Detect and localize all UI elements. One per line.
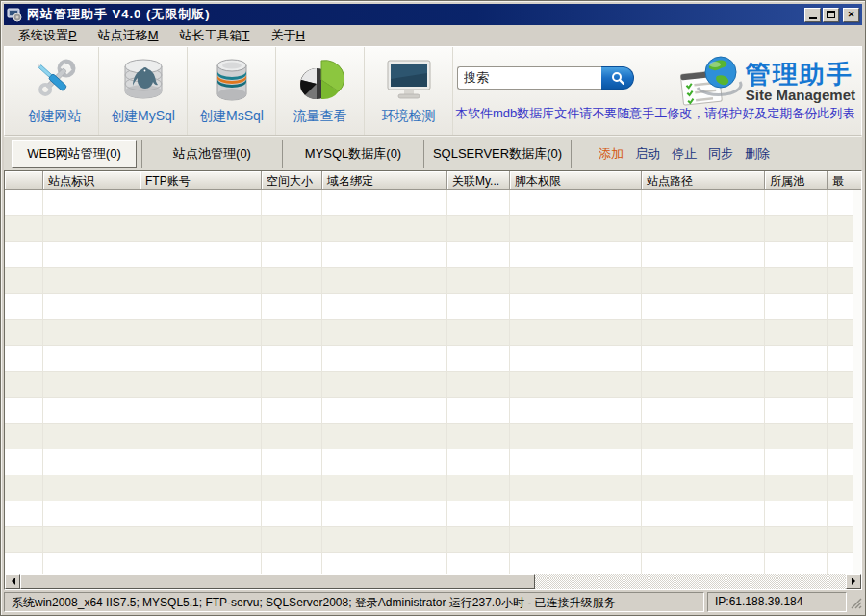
add-link[interactable]: 添加 xyxy=(599,145,624,163)
tool-button-label: 创建MySql xyxy=(111,108,175,125)
menu-item-webmaster-tools[interactable]: 站长工具箱T xyxy=(169,24,261,47)
table-cell xyxy=(262,501,322,526)
table-cell xyxy=(43,242,140,267)
table-cell xyxy=(642,320,765,345)
close-button[interactable]: ✕ xyxy=(843,8,859,22)
table-cell xyxy=(140,527,262,552)
table-cell xyxy=(322,501,447,526)
table-cell xyxy=(447,527,510,552)
tab-mysql-database[interactable]: MYSQL数据库(0) xyxy=(283,140,424,168)
horizontal-scrollbar[interactable] xyxy=(5,574,861,589)
table-cell xyxy=(43,424,140,449)
table-header: 站点标识 FTP账号 空间大小 域名绑定 关联My... 脚本权限 站点路径 所… xyxy=(5,171,861,190)
table-cell xyxy=(140,268,262,293)
resize-grip[interactable] xyxy=(850,592,862,612)
table-cell xyxy=(140,320,262,345)
table-cell xyxy=(765,268,828,293)
logo-subtitle: Site Managemet xyxy=(746,88,855,103)
table-cell xyxy=(262,242,322,267)
table-cell xyxy=(43,268,140,293)
create-website-button[interactable]: 创建网站 xyxy=(11,47,99,135)
table-cell xyxy=(5,294,43,319)
menu-item-site-migration[interactable]: 站点迁移M xyxy=(88,24,169,47)
table-cell xyxy=(765,527,828,552)
title-bar: 网站管理助手 V4.0 (无限制版) ✕ xyxy=(4,4,862,25)
vertical-scrollbar-track[interactable] xyxy=(853,190,861,574)
scrollbar-thumb[interactable] xyxy=(20,574,535,589)
maximize-button[interactable] xyxy=(823,8,839,22)
table-cell xyxy=(642,346,765,371)
scroll-left-button[interactable] xyxy=(5,574,20,589)
table-row xyxy=(5,190,861,216)
column-header-site-path[interactable]: 站点路径 xyxy=(642,171,765,190)
stop-link[interactable]: 停止 xyxy=(672,145,697,163)
table-cell xyxy=(765,190,828,215)
app-window: 网站管理助手 V4.0 (无限制版) ✕ 系统设置P 站点迁移M 站长工具箱T … xyxy=(0,0,866,616)
search-input[interactable] xyxy=(457,66,601,90)
table-body xyxy=(5,190,861,574)
minimize-icon xyxy=(809,17,817,19)
table-cell xyxy=(447,424,510,449)
table-cell xyxy=(262,268,322,293)
sync-link[interactable]: 同步 xyxy=(708,145,733,163)
table-cell xyxy=(322,294,447,319)
table-cell xyxy=(642,501,765,526)
table-cell xyxy=(322,268,447,293)
search-button[interactable] xyxy=(601,66,634,90)
create-mysql-button[interactable]: 创建MySql xyxy=(99,47,188,135)
tab-sqlserver-database[interactable]: SQLSERVER数据库(0) xyxy=(424,140,572,168)
table-cell xyxy=(140,372,262,397)
column-header-blank[interactable] xyxy=(5,171,43,190)
table-cell xyxy=(447,216,510,241)
scrollbar-track[interactable] xyxy=(535,574,846,589)
table-cell xyxy=(447,346,510,371)
mssql-db-icon xyxy=(210,57,254,103)
traffic-view-button[interactable]: 流量查看 xyxy=(276,47,365,135)
globe-logo-icon xyxy=(675,55,744,109)
table-row xyxy=(5,216,861,242)
table-cell xyxy=(510,424,642,449)
toolbar: 创建网站 创建MySql xyxy=(4,46,862,136)
column-header-site-id[interactable]: 站点标识 xyxy=(43,171,140,190)
menu-item-about[interactable]: 关于H xyxy=(260,24,315,47)
tab-web-site-management[interactable]: WEB网站管理(0) xyxy=(12,140,137,168)
table-cell xyxy=(447,320,510,345)
table-row xyxy=(5,372,861,398)
create-mssql-button[interactable]: 创建MsSql xyxy=(188,47,276,135)
minimize-button[interactable] xyxy=(804,8,821,22)
table-cell xyxy=(447,242,510,267)
table-cell xyxy=(5,242,43,267)
column-header-ftp-account[interactable]: FTP账号 xyxy=(140,171,262,190)
table-row xyxy=(5,527,861,553)
table-cell xyxy=(510,398,642,423)
table-row xyxy=(5,501,861,527)
table-cell xyxy=(322,398,447,423)
column-header-domain-binding[interactable]: 域名绑定 xyxy=(322,171,447,190)
table-cell xyxy=(140,346,262,371)
menu-item-system-settings[interactable]: 系统设置P xyxy=(8,24,88,47)
column-header-truncated[interactable]: 最 xyxy=(828,171,861,190)
tool-button-label: 环境检测 xyxy=(382,108,436,125)
table-cell xyxy=(140,449,262,475)
table-cell xyxy=(642,242,765,267)
start-link[interactable]: 启动 xyxy=(635,145,660,163)
table-cell xyxy=(510,527,642,552)
delete-link[interactable]: 删除 xyxy=(745,145,770,163)
table-cell xyxy=(262,475,322,500)
column-header-space-size[interactable]: 空间大小 xyxy=(262,171,322,190)
environment-check-button[interactable]: 环境检测 xyxy=(365,47,453,135)
table-cell xyxy=(43,475,140,500)
column-header-linked-mysql[interactable]: 关联My... xyxy=(447,171,510,190)
table-cell xyxy=(262,424,322,449)
table-cell xyxy=(140,398,262,423)
table-cell xyxy=(642,424,765,449)
table-cell xyxy=(262,346,322,371)
column-header-owner-pool[interactable]: 所属池 xyxy=(765,171,828,190)
column-header-script-permission[interactable]: 脚本权限 xyxy=(510,171,642,190)
table-cell xyxy=(322,346,447,371)
table-row xyxy=(5,320,861,346)
scroll-right-button[interactable] xyxy=(846,574,861,589)
tab-site-pool-management[interactable]: 站点池管理(0) xyxy=(141,140,283,168)
table-cell xyxy=(447,553,510,574)
table-cell xyxy=(43,190,140,215)
